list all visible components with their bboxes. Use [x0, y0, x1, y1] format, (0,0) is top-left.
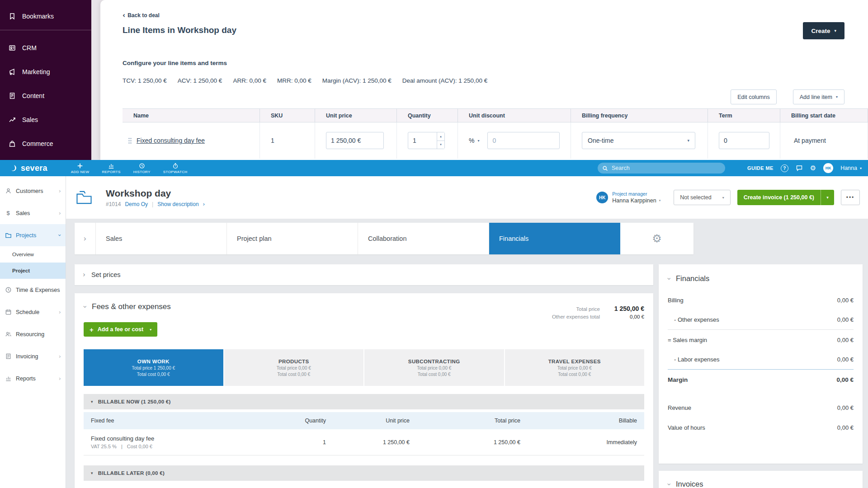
nav-history[interactable]: HISTORY — [133, 163, 151, 174]
project-header: Workshop day #1014 Demo Oy | Show descri… — [66, 176, 868, 219]
add-fee-button[interactable]: + Add a fee or cost ▾ — [84, 322, 157, 337]
fees-title: Fees & other expenses — [92, 302, 171, 311]
sidebar-item-resourcing[interactable]: Resourcing — [0, 323, 66, 345]
tab-project-plan[interactable]: Project plan — [227, 223, 358, 254]
set-prices-section[interactable]: › Set prices — [75, 264, 653, 285]
sidebar-item-sales[interactable]: Sales — [0, 108, 91, 131]
customer-link[interactable]: Demo Oy — [125, 201, 148, 207]
show-description-link[interactable]: Show description — [157, 201, 198, 207]
project-folder-icon — [75, 189, 93, 206]
nav-add-new[interactable]: ADD NEW — [71, 163, 90, 174]
sidebar-item-bookmarks[interactable]: Bookmarks — [0, 6, 91, 26]
sidebar-item-customers[interactable]: Customers › — [0, 180, 66, 202]
tab-settings-gear-icon[interactable]: ⚙ — [620, 223, 693, 254]
table-row-name-cell: Fixed consulting day fee — [123, 122, 260, 159]
sidebar-item-schedule[interactable]: Schedule › — [0, 301, 66, 323]
billing-frequency-select[interactable]: One-time ▾ — [582, 132, 695, 149]
megaphone-icon — [8, 68, 16, 76]
sidebar-item-label: CRM — [22, 44, 37, 52]
term-input[interactable] — [719, 132, 769, 149]
unit-price-input[interactable] — [326, 132, 384, 149]
sidebar-item-sales[interactable]: $ Sales › — [0, 202, 66, 224]
billable-now-bar[interactable]: ▾ BILLABLE NOW (1 250,00 €) — [84, 394, 644, 409]
severa-topbar: severa ADD NEW REPORTS — [0, 160, 868, 176]
fee-meta: VAT 25.5 % | Cost 0,00 € — [91, 444, 258, 449]
search-input[interactable] — [612, 165, 721, 171]
sidebar-item-marketing[interactable]: Marketing — [0, 60, 91, 84]
column-header-sku: SKU — [260, 109, 315, 122]
deal-stats-row: TCV: 1 250,00 € ACV: 1 250,00 € ARR: 0,0… — [123, 77, 868, 84]
sidebar-item-crm[interactable]: CRM — [0, 36, 91, 60]
tab-financials[interactable]: Financials — [489, 223, 620, 254]
financials-header[interactable]: › Financials — [668, 274, 854, 283]
category-tab-subcontracting[interactable]: SUBCONTRACTING Total price 0,00 € Total … — [364, 349, 505, 386]
chevron-down-icon: › — [665, 483, 673, 486]
chevron-right-icon: › — [59, 353, 61, 360]
financials-title: Financials — [676, 274, 709, 283]
nav-reports[interactable]: REPORTS — [102, 163, 120, 174]
sidebar-item-overview[interactable]: Overview — [0, 246, 66, 263]
sidebar-item-commerce[interactable]: Commerce — [0, 131, 91, 155]
billing-start-select[interactable]: At payment — [794, 137, 826, 144]
sidebar-item-invoicing[interactable]: Invoicing › — [0, 345, 66, 367]
financial-row-other-expenses: - Other expenses 0,00 € — [668, 310, 854, 330]
sidebar-item-reports[interactable]: Reports › — [0, 367, 66, 389]
drag-handle-icon[interactable] — [128, 137, 132, 144]
chat-icon[interactable] — [796, 164, 803, 172]
hubspot-sidebar: Bookmarks CRM Marketing — [0, 0, 91, 160]
billable-later-bar[interactable]: ▾ BILLABLE LATER (0,00 €) — [84, 465, 644, 481]
decrement-icon[interactable]: ▾ — [437, 141, 444, 149]
create-invoice-caret[interactable]: ▾ — [821, 190, 834, 205]
category-tab-travel-expenses[interactable]: TRAVEL EXPENSES Total price 0,00 € Total… — [505, 349, 645, 386]
edit-columns-button[interactable]: Edit columns — [731, 89, 777, 104]
project-manager-dropdown[interactable]: HK Project manager Hanna Karppinen ▾ — [596, 191, 660, 204]
line-item-name-link[interactable]: Fixed consulting day fee — [137, 137, 205, 144]
create-invoice-button[interactable]: Create invoice (1 250,00 €) — [737, 190, 821, 205]
chevron-down-icon: ▾ — [659, 199, 661, 202]
sidebar-item-content[interactable]: Content — [0, 84, 91, 108]
sidebar-item-projects[interactable]: Projects › — [0, 224, 66, 246]
category-tab-own-work[interactable]: OWN WORK Total price 1 250,00 € Total co… — [84, 349, 224, 386]
stat-tcv: TCV: 1 250,00 € — [123, 77, 167, 84]
fee-billable: Immediately — [520, 439, 637, 446]
table-row-quantity-cell: ▴ ▾ — [397, 122, 458, 159]
add-line-item-button[interactable]: Add line item ▾ — [793, 89, 844, 104]
fee-cost: Cost 0,00 € — [127, 444, 152, 449]
fee-table-row[interactable]: Fixed consulting day fee VAT 25.5 % | Co… — [84, 429, 644, 455]
separator: | — [121, 444, 123, 449]
tab-sales[interactable]: Sales — [96, 223, 227, 254]
right-column: › Financials Billing 0,00 € - O — [659, 264, 863, 488]
hubspot-window: Bookmarks CRM Marketing — [0, 0, 868, 160]
plus-icon — [77, 163, 83, 169]
create-button[interactable]: Create ▾ — [803, 22, 844, 39]
gear-icon[interactable]: ⚙ — [810, 164, 816, 172]
left-column: › Set prices › Fees & other expenses — [75, 264, 653, 488]
sidebar-item-label: Marketing — [22, 68, 50, 75]
fee-name: Fixed consulting day fee — [91, 435, 258, 442]
invoices-header[interactable]: › Invoices — [668, 480, 854, 488]
more-actions-button[interactable]: ••• — [841, 190, 860, 205]
avatar[interactable]: HK — [823, 163, 833, 173]
fee-vat: VAT 25.5 % — [91, 444, 117, 449]
tab-collaboration[interactable]: Collaboration — [358, 223, 489, 254]
project-subrow: #1014 Demo Oy | Show description › — [106, 201, 205, 207]
nav-stopwatch[interactable]: STOPWATCH — [163, 163, 188, 174]
discount-unit-select[interactable]: % ▾ — [469, 137, 479, 144]
tabs-expand-chevron[interactable]: › — [75, 223, 96, 254]
severa-main: Workshop day #1014 Demo Oy | Show descri… — [66, 176, 868, 488]
unit-discount-input[interactable] — [487, 132, 560, 149]
sidebar-item-project[interactable]: Project — [0, 263, 66, 279]
status-dropdown[interactable]: Not selected ▾ — [674, 190, 731, 205]
help-icon[interactable]: ? — [781, 164, 788, 172]
category-tab-products[interactable]: PRODUCTS Total price 0,00 € Total cost 0… — [224, 349, 365, 386]
chevron-down-icon: › — [57, 234, 63, 236]
user-menu[interactable]: Hanna ▾ — [840, 165, 862, 171]
sidebar-item-time-expenses[interactable]: Time & Expenses — [0, 279, 66, 301]
chart-icon — [8, 116, 16, 124]
table-row-sku-cell: 1 — [260, 122, 315, 159]
back-to-deal-link[interactable]: ‹ Back to deal — [123, 12, 160, 19]
guide-me-link[interactable]: GUIDE ME — [747, 165, 774, 171]
column-header-term: Term — [708, 109, 780, 122]
fees-section: › Fees & other expenses Total price 1 25… — [75, 293, 653, 488]
increment-icon[interactable]: ▴ — [437, 132, 444, 141]
